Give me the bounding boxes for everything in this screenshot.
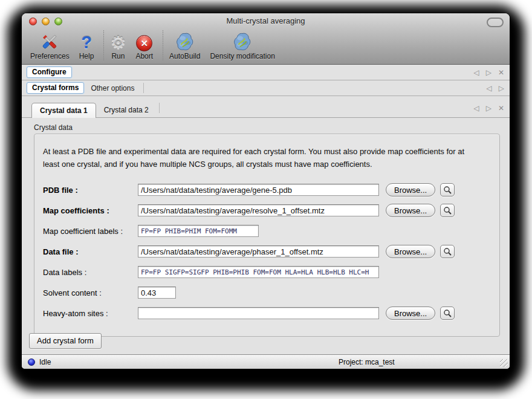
status-bar: Idle Project: mca_test [22, 354, 510, 369]
toolbar-button-help[interactable]: ? Help [79, 30, 94, 60]
inspect-file-button[interactable] [440, 245, 455, 258]
inspect-file-button[interactable] [440, 307, 455, 320]
field-label: Map coefficient labels : [43, 227, 138, 236]
scroll-tabs-left-icon[interactable]: ◁ [473, 105, 479, 112]
status-text: Idle [39, 358, 51, 366]
browse-button[interactable]: Browse... [386, 204, 435, 217]
field-label: Data file : [43, 247, 138, 256]
scroll-tabs-right-icon[interactable]: ▷ [486, 105, 491, 112]
field-label: Data labels : [43, 268, 138, 277]
status-indicator-icon [28, 358, 35, 366]
toolbar-button-preferences[interactable]: Preferences [30, 30, 70, 60]
data-file-input[interactable] [138, 245, 379, 258]
toolbar-label-preferences: Preferences [30, 52, 70, 60]
tab-divider [143, 83, 144, 93]
scroll-tabs-right-icon[interactable]: ▷ [499, 85, 504, 92]
tab-nav-cluster: ◁ ▷ ✕ [473, 69, 504, 76]
toolbar-label-run: Run [111, 52, 125, 60]
browse-button[interactable]: Browse... [386, 245, 435, 258]
toolbar: Preferences ? Help ⚙ Run [22, 28, 510, 63]
scroll-tabs-right-icon[interactable]: ▷ [486, 69, 491, 76]
groupbox-title: Crystal data [34, 123, 510, 132]
field-label: Solvent content : [43, 288, 138, 297]
form-row-map-coefficients: Map coefficients : Browse... [43, 200, 491, 221]
tools-icon [40, 30, 59, 51]
pdb-file-input[interactable] [138, 184, 379, 196]
tab-crystal-data-1[interactable]: Crystal data 1 [31, 103, 96, 118]
form-row-heavy-atom-sites: Heavy-atom sites : Browse... [43, 303, 491, 323]
heavy-atom-sites-input[interactable] [138, 307, 379, 319]
tab-crystal-data-2[interactable]: Crystal data 2 [96, 103, 157, 117]
window-title: Multi-crystal averaging [22, 13, 510, 29]
minimize-window-button[interactable] [42, 18, 50, 25]
browse-button[interactable]: Browse... [386, 183, 435, 196]
magnifier-icon [443, 186, 452, 195]
screenshot-canvas: Multi-crystal averaging [0, 0, 532, 399]
traffic-lights [29, 18, 62, 25]
scroll-tabs-left-icon[interactable]: ◁ [473, 69, 479, 76]
toolbar-button-density-modification[interactable]: Density modification [210, 30, 274, 60]
resize-grip[interactable] [500, 359, 508, 367]
close-window-button[interactable] [29, 18, 37, 25]
add-crystal-form-button[interactable]: Add crystal form [29, 333, 102, 349]
form-row-data-labels: Data labels : [43, 262, 491, 282]
zoom-window-button[interactable] [54, 18, 62, 25]
field-label: Heavy-atom sites : [43, 309, 138, 318]
gear-icon: ⚙ [110, 30, 126, 51]
map-coefficient-labels-input[interactable] [138, 225, 259, 237]
close-tab-icon[interactable]: ✕ [498, 105, 504, 112]
app-window: Multi-crystal averaging [22, 13, 510, 369]
crystal-data-groupbox: At least a PDB file and experimental dat… [34, 134, 500, 337]
toolbar-label-autobuild: AutoBuild [169, 52, 200, 60]
tab-nav-cluster: ◁ ▷ [487, 85, 504, 92]
toolbar-toggle-button[interactable] [487, 18, 504, 27]
toolbar-separator [163, 30, 163, 60]
form-row-data-file: Data file : Browse... [43, 241, 491, 262]
map-coefficients-input[interactable] [138, 204, 379, 216]
field-label: PDB file : [43, 186, 138, 195]
form-row-solvent-content: Solvent content : [43, 282, 491, 303]
notebook-configure-tabbar: Configure ◁ ▷ ✕ [22, 65, 510, 80]
form-row-map-coefficient-labels: Map coefficient labels : [43, 221, 491, 241]
description-text: At least a PDB file and experimental dat… [43, 145, 491, 170]
protein-model-icon [175, 30, 195, 51]
toolbar-button-abort[interactable]: ✕ Abort [135, 30, 153, 60]
question-mark-icon: ? [81, 30, 92, 51]
notebook-forms-tabbar: Crystal forms Other options ◁ ▷ [22, 80, 510, 96]
toolbar-label-density-modification: Density modification [210, 52, 274, 60]
inspect-file-button[interactable] [440, 183, 455, 196]
data-labels-input[interactable] [138, 266, 379, 278]
toolbar-button-run[interactable]: ⚙ Run [110, 30, 126, 60]
field-label: Map coefficients : [43, 206, 138, 215]
toolbar-button-autobuild[interactable]: AutoBuild [169, 30, 200, 60]
magnifier-icon [443, 247, 452, 256]
notebook-crystal-data-tabbar: Crystal data 1 Crystal data 2 ◁ ▷ ✕ [22, 99, 510, 118]
tab-divider [159, 103, 160, 113]
tab-crystal-forms[interactable]: Crystal forms [27, 82, 84, 94]
project-label: Project: mca_test [339, 358, 395, 366]
browse-button[interactable]: Browse... [386, 307, 435, 320]
form-row-pdb-file: PDB file : Browse... [43, 180, 491, 200]
protein-model-icon [233, 30, 252, 51]
magnifier-icon [443, 309, 452, 318]
titlebar[interactable]: Multi-crystal averaging [22, 13, 510, 28]
close-tab-icon[interactable]: ✕ [498, 69, 504, 76]
toolbar-label-help: Help [79, 52, 94, 60]
toolbar-separator [103, 30, 104, 60]
tab-other-options[interactable]: Other options [84, 83, 141, 94]
main-content: Configure ◁ ▷ ✕ Crystal forms Other opti… [22, 65, 510, 355]
scroll-tabs-left-icon[interactable]: ◁ [487, 85, 492, 92]
solvent-content-input[interactable] [138, 287, 176, 299]
abort-stop-icon: ✕ [136, 30, 152, 51]
window-chrome: Multi-crystal averaging [22, 13, 510, 65]
tab-configure[interactable]: Configure [27, 66, 72, 78]
tab-nav-cluster: ◁ ▷ ✕ [473, 105, 504, 112]
inspect-file-button[interactable] [440, 204, 455, 217]
toolbar-label-abort: Abort [135, 52, 153, 60]
magnifier-icon [443, 206, 452, 215]
